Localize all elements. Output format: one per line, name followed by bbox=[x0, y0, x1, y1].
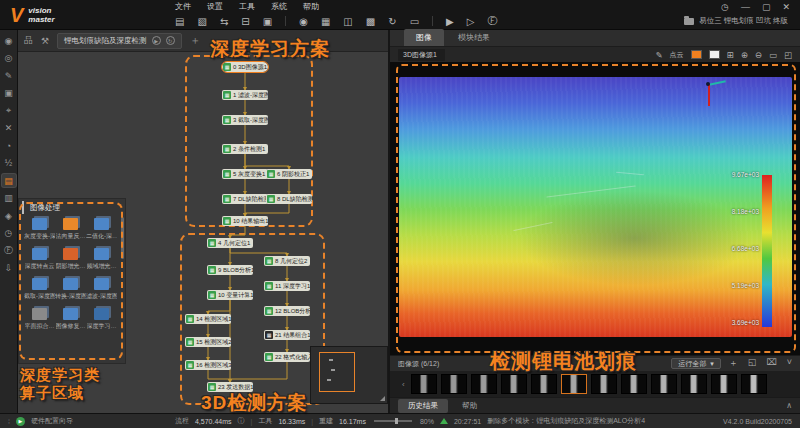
fullscreen-icon[interactable]: ◰ bbox=[784, 50, 792, 60]
tab-图像[interactable]: 图像 bbox=[404, 29, 444, 46]
flow-settings-icon[interactable]: ⚒ bbox=[41, 36, 49, 46]
palette-item[interactable]: 截取-深度图 bbox=[24, 278, 55, 301]
menu-item-帮助[interactable]: 帮助 bbox=[303, 1, 319, 12]
flow-node[interactable]: ▦10 结果输出1 bbox=[222, 216, 268, 226]
panel-layout-icon[interactable]: ▭ bbox=[410, 16, 419, 27]
palette-item[interactable]: 滤波-深度图 bbox=[86, 278, 117, 301]
image-thumbnail[interactable] bbox=[561, 374, 587, 394]
image-thumbnail[interactable] bbox=[621, 374, 647, 394]
pointcloud-label[interactable]: 点云 bbox=[670, 50, 684, 60]
flow-node[interactable]: ▦14 检测区域1 bbox=[185, 314, 231, 324]
palette-scrollbar[interactable] bbox=[121, 217, 124, 259]
source-chip[interactable]: 3D图像源1 bbox=[398, 49, 445, 61]
info-icon[interactable]: ⓘ bbox=[238, 416, 245, 426]
delete-icon[interactable]: ⌧ bbox=[766, 357, 776, 370]
import-export-icon[interactable]: ⇆ bbox=[220, 16, 228, 27]
frame-tool-icon[interactable]: ▣ bbox=[2, 87, 16, 100]
formula-icon[interactable]: Ⓕ bbox=[487, 14, 497, 28]
menu-item-系统[interactable]: 系统 bbox=[271, 1, 287, 12]
wizard-run-icon[interactable]: ▶ bbox=[16, 417, 25, 426]
formula-tool-icon[interactable]: Ⓕ bbox=[2, 244, 16, 257]
image-thumbnail[interactable] bbox=[411, 374, 437, 394]
zoom-in-icon[interactable]: ⊕ bbox=[741, 50, 748, 60]
flow-node[interactable]: ▦8 几何定位2 bbox=[264, 256, 310, 266]
collapse-up-icon[interactable]: ∧ bbox=[786, 401, 792, 410]
flow-node[interactable]: ▦4 几何定位1 bbox=[207, 238, 253, 248]
run-once-icon[interactable]: ▶ bbox=[446, 16, 454, 27]
maximize-icon[interactable]: ▢ bbox=[762, 2, 771, 12]
image-thumbnail[interactable] bbox=[741, 374, 767, 394]
flow-canvas[interactable]: 图像处理 灰度变换-深…法向量反…二值化-深…深度转点云阴影增光…频域增光…截取… bbox=[18, 52, 388, 413]
menu-item-设置[interactable]: 设置 bbox=[207, 1, 223, 12]
minimize-icon[interactable]: — bbox=[741, 2, 750, 12]
one-to-one-icon[interactable]: ▭ bbox=[769, 50, 777, 60]
image-thumbnail[interactable] bbox=[501, 374, 527, 394]
thumb-scroll-left-icon[interactable]: ‹ bbox=[402, 380, 405, 389]
camera-tool-icon[interactable]: ◉ bbox=[2, 34, 16, 47]
focus-tool-icon[interactable]: ⌖ bbox=[2, 104, 16, 117]
flow-list-icon[interactable]: 品 bbox=[24, 34, 33, 47]
fit-window-icon[interactable]: ⊞ bbox=[727, 50, 734, 60]
flow-node[interactable]: ▦16 检测区域3 bbox=[185, 360, 231, 370]
save-icon[interactable]: ▤ bbox=[175, 16, 184, 27]
locate-tool-icon[interactable]: ◎ bbox=[2, 52, 16, 65]
flow-node[interactable]: ▦7 DL缺陷检测1 bbox=[222, 194, 268, 204]
cube-3d-tool-icon[interactable]: ◈ bbox=[2, 209, 16, 222]
camera-icon[interactable]: ◉ bbox=[299, 16, 308, 27]
refresh-icon[interactable]: ↻ bbox=[388, 16, 396, 27]
flow-node[interactable]: ▦6 阴影校正1 bbox=[266, 169, 312, 179]
flow-node[interactable]: ▦12 BLOB分析2 bbox=[264, 306, 310, 316]
clock-icon[interactable]: ◷ bbox=[721, 2, 729, 12]
image-ops-tool-icon[interactable]: ▤ bbox=[2, 174, 16, 187]
menu-item-文件[interactable]: 文件 bbox=[175, 1, 191, 12]
menu-item-工具[interactable]: 工具 bbox=[239, 1, 255, 12]
tab-帮助[interactable]: 帮助 bbox=[452, 399, 487, 413]
image-thumbnail[interactable] bbox=[681, 374, 707, 394]
export-tool-icon[interactable]: ⇩ bbox=[2, 262, 16, 275]
wizard-label[interactable]: 硬件配置向导 bbox=[31, 416, 73, 426]
flow-node[interactable]: ▦1 滤波-深度图1 bbox=[222, 90, 268, 100]
flow-node[interactable]: ▦3 截取-深度图1 bbox=[222, 115, 268, 125]
grid-view-icon[interactable]: ▦ bbox=[321, 16, 330, 27]
flow-node[interactable]: ▦2 条件检测1 bbox=[222, 144, 268, 154]
flow-minimap[interactable] bbox=[310, 346, 388, 404]
drag-handle-icon[interactable]: ⁞ bbox=[8, 418, 10, 425]
tab-历史结果[interactable]: 历史结果 bbox=[398, 399, 448, 413]
image-thumbnail[interactable] bbox=[591, 374, 617, 394]
color-tool-icon[interactable]: ◔ bbox=[2, 139, 16, 152]
flow-node[interactable]: ▦9 BLOB分析1 bbox=[207, 265, 253, 275]
add-icon[interactable]: ＋ bbox=[729, 357, 738, 370]
palette-item[interactable]: 阴影增光… bbox=[55, 248, 86, 271]
image-thumbnail[interactable] bbox=[531, 374, 557, 394]
minimap-resize-handle[interactable] bbox=[380, 396, 385, 401]
open-icon[interactable]: ▧ bbox=[197, 16, 206, 27]
close-icon[interactable]: ✕ bbox=[782, 2, 790, 12]
collapse-icon[interactable]: ˅ bbox=[787, 357, 792, 370]
palette-item[interactable]: 深度学习… bbox=[86, 308, 117, 331]
palette-item[interactable]: 频域增光… bbox=[86, 248, 117, 271]
module-list-icon[interactable]: ◫ bbox=[343, 16, 352, 27]
image-thumbnail[interactable] bbox=[711, 374, 737, 394]
flow-node[interactable]: ▦5 灰度变换1 bbox=[222, 169, 268, 179]
palette-item[interactable]: 灰度变换-深… bbox=[24, 218, 55, 241]
palette-item[interactable]: 图像修复… bbox=[55, 308, 86, 331]
palette-item[interactable]: 法向量反… bbox=[55, 218, 86, 241]
flow-tab[interactable]: 锂电划痕缺陷及深度检测 ▶ ↻ bbox=[57, 33, 182, 49]
run-continuous-icon[interactable]: ▷ bbox=[467, 16, 475, 27]
histogram-tool-icon[interactable]: ▥ bbox=[2, 192, 16, 205]
image-thumbnail[interactable] bbox=[471, 374, 497, 394]
draw-icon[interactable]: ✎ bbox=[655, 50, 662, 60]
color-swatch-white[interactable] bbox=[709, 50, 720, 59]
flow-node[interactable]: ▦21 结果组合1 bbox=[264, 330, 310, 340]
add-folder-icon[interactable]: ◱ bbox=[748, 357, 757, 370]
flow-node[interactable]: ▦15 检测区域2 bbox=[185, 337, 231, 347]
palette-item[interactable]: 转换-深度图 bbox=[55, 278, 86, 301]
zoom-out-icon[interactable]: ⊖ bbox=[755, 50, 762, 60]
flow-node[interactable]: ▦22 格式化输入1 bbox=[264, 352, 310, 362]
history-tool-icon[interactable]: ◷ bbox=[2, 227, 16, 240]
color-swatch-orange[interactable] bbox=[691, 50, 702, 59]
measure-tool-icon[interactable]: ✕ bbox=[2, 122, 16, 135]
overlay-icon[interactable]: ▩ bbox=[366, 16, 375, 27]
collapse-flow-icon[interactable]: ⊟ bbox=[241, 16, 249, 27]
tab-模块结果[interactable]: 模块结果 bbox=[446, 29, 502, 46]
